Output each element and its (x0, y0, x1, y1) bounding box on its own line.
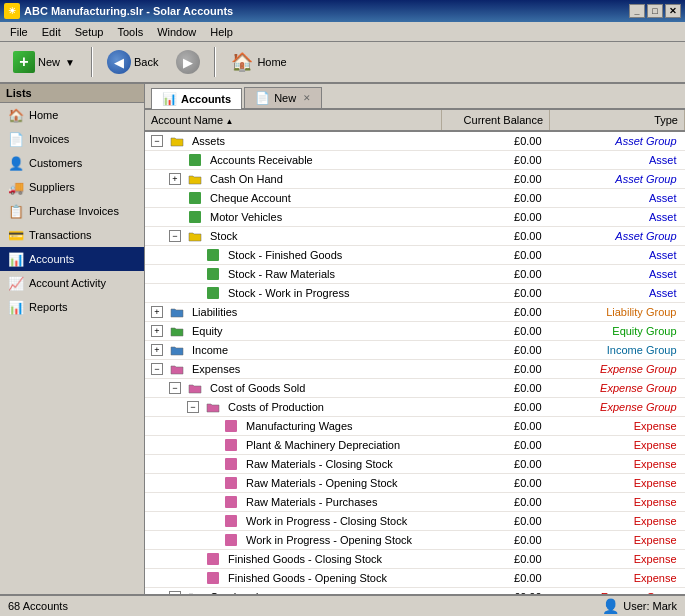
account-name: Costs of Production (228, 401, 324, 413)
minimize-button[interactable]: _ (629, 4, 645, 18)
table-row[interactable]: Work in Progress - Closing Stock£0.00Exp… (145, 512, 685, 531)
tab-new[interactable]: 📄 New ✕ (244, 87, 322, 108)
table-row[interactable]: −Assets£0.00Asset Group (145, 131, 685, 151)
table-row[interactable]: −Stock£0.00Asset Group (145, 227, 685, 246)
account-type-icon (188, 590, 202, 594)
back-button[interactable]: ◀ Back (100, 45, 165, 79)
sidebar-item-purchase-invoices[interactable]: 📋 Purchase Invoices (0, 199, 144, 223)
table-row[interactable]: −Expenses£0.00Expense Group (145, 360, 685, 379)
table-row[interactable]: Raw Materials - Opening Stock£0.00Expens… (145, 474, 685, 493)
col-header-name[interactable]: Account Name (145, 110, 442, 131)
tab-accounts[interactable]: 📊 Accounts (151, 88, 242, 109)
maximize-button[interactable]: □ (647, 4, 663, 18)
account-type: Asset (550, 208, 685, 227)
tree-expand-button[interactable]: + (151, 344, 163, 356)
tree-expand-button[interactable]: + (151, 306, 163, 318)
tab-new-close[interactable]: ✕ (303, 93, 311, 103)
svg-rect-4 (207, 268, 219, 280)
table-row[interactable]: +Overheads£0.00Expense Group (145, 588, 685, 595)
new-dropdown-arrow[interactable]: ▼ (63, 57, 77, 68)
account-balance: £0.00 (442, 455, 550, 474)
account-balance: £0.00 (442, 512, 550, 531)
table-row[interactable]: Work in Progress - Opening Stock£0.00Exp… (145, 531, 685, 550)
account-type: Asset (550, 189, 685, 208)
table-row[interactable]: Stock - Finished Goods£0.00Asset (145, 246, 685, 265)
account-type-icon (224, 476, 238, 490)
suppliers-sidebar-icon: 🚚 (8, 179, 24, 195)
account-type-icon (188, 191, 202, 205)
tab-new-icon: 📄 (255, 91, 270, 105)
table-row[interactable]: Cheque Account£0.00Asset (145, 189, 685, 208)
account-activity-sidebar-icon: 📈 (8, 275, 24, 291)
tree-expand-button[interactable]: − (169, 382, 181, 394)
sidebar-item-account-activity[interactable]: 📈 Account Activity (0, 271, 144, 295)
sidebar-header: Lists (0, 84, 144, 103)
col-header-balance[interactable]: Current Balance (442, 110, 550, 131)
sidebar-item-suppliers[interactable]: 🚚 Suppliers (0, 175, 144, 199)
table-row[interactable]: −Cost of Goods Sold£0.00Expense Group (145, 379, 685, 398)
home-button[interactable]: 🏠 Home (223, 45, 293, 79)
menu-tools[interactable]: Tools (111, 24, 149, 40)
sidebar-item-customers[interactable]: 👤 Customers (0, 151, 144, 175)
account-balance: £0.00 (442, 265, 550, 284)
sidebar-item-reports-label: Reports (29, 301, 68, 313)
sidebar-item-reports[interactable]: 📊 Reports (0, 295, 144, 319)
account-type: Asset (550, 265, 685, 284)
table-row[interactable]: Motor Vehicles£0.00Asset (145, 208, 685, 227)
sidebar-item-transactions[interactable]: 💳 Transactions (0, 223, 144, 247)
table-row[interactable]: −Costs of Production£0.00Expense Group (145, 398, 685, 417)
invoices-sidebar-icon: 📄 (8, 131, 24, 147)
table-row[interactable]: Stock - Work in Progress£0.00Asset (145, 284, 685, 303)
account-balance: £0.00 (442, 284, 550, 303)
table-row[interactable]: +Liabilities£0.00Liability Group (145, 303, 685, 322)
table-row[interactable]: +Income£0.00Income Group (145, 341, 685, 360)
tree-expand-button[interactable]: + (169, 591, 181, 594)
table-row[interactable]: +Equity£0.00Equity Group (145, 322, 685, 341)
sidebar-item-invoices[interactable]: 📄 Invoices (0, 127, 144, 151)
window-controls: _ □ ✕ (629, 4, 681, 18)
toolbar-separator-1 (91, 47, 93, 77)
table-row[interactable]: Raw Materials - Purchases£0.00Expense (145, 493, 685, 512)
accounts-sidebar-icon: 📊 (8, 251, 24, 267)
tree-expand-button[interactable]: − (151, 135, 163, 147)
menu-edit[interactable]: Edit (36, 24, 67, 40)
menu-help[interactable]: Help (204, 24, 239, 40)
account-type: Asset (550, 246, 685, 265)
tree-expand-button[interactable]: − (151, 363, 163, 375)
tree-expand-button[interactable]: + (169, 173, 181, 185)
table-row[interactable]: Finished Goods - Closing Stock£0.00Expen… (145, 550, 685, 569)
table-row[interactable]: Manufacturing Wages£0.00Expense (145, 417, 685, 436)
menu-file[interactable]: File (4, 24, 34, 40)
table-row[interactable]: Raw Materials - Closing Stock£0.00Expens… (145, 455, 685, 474)
table-row[interactable]: Accounts Receivable£0.00Asset (145, 151, 685, 170)
account-name: Stock (210, 230, 238, 242)
table-row[interactable]: +Cash On Hand£0.00Asset Group (145, 170, 685, 189)
account-type-icon (206, 571, 220, 585)
app-icon: ☀ (4, 3, 20, 19)
account-type-icon (206, 400, 220, 414)
forward-button[interactable]: ▶ (169, 45, 207, 79)
sidebar-item-accounts[interactable]: 📊 Accounts (0, 247, 144, 271)
col-header-type[interactable]: Type (550, 110, 685, 131)
account-type-icon (188, 229, 202, 243)
svg-rect-8 (225, 458, 237, 470)
account-type-icon (224, 438, 238, 452)
table-row[interactable]: Plant & Machinery Depreciation£0.00Expen… (145, 436, 685, 455)
tab-bar: 📊 Accounts 📄 New ✕ (145, 84, 685, 110)
account-type-icon (170, 324, 184, 338)
account-name: Expenses (192, 363, 240, 375)
menu-window[interactable]: Window (151, 24, 202, 40)
close-button[interactable]: ✕ (665, 4, 681, 18)
table-row[interactable]: Stock - Raw Materials£0.00Asset (145, 265, 685, 284)
account-type-icon (206, 248, 220, 262)
tree-expand-button[interactable]: − (187, 401, 199, 413)
tree-expand-button[interactable]: − (169, 230, 181, 242)
svg-rect-13 (207, 553, 219, 565)
tree-expand-button[interactable]: + (151, 325, 163, 337)
account-type: Expense (550, 512, 685, 531)
table-row[interactable]: Finished Goods - Opening Stock£0.00Expen… (145, 569, 685, 588)
account-name: Assets (192, 135, 225, 147)
sidebar-item-home[interactable]: 🏠 Home (0, 103, 144, 127)
menu-setup[interactable]: Setup (69, 24, 110, 40)
new-button[interactable]: + New ▼ (6, 45, 84, 79)
